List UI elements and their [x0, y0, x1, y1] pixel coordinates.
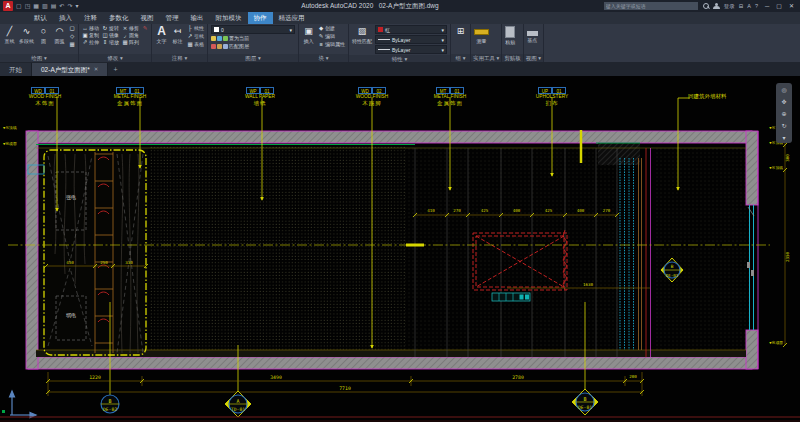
panel-dropdown-icon: ▾	[463, 55, 466, 61]
layer-combo[interactable]: 0 ▾	[211, 25, 295, 34]
saveas-icon[interactable]: ▥	[42, 0, 48, 12]
app-store-icon[interactable]: ⊟	[739, 3, 744, 9]
svg-text:270: 270	[453, 208, 461, 213]
fillet-button[interactable]: ◞圆角	[122, 32, 139, 39]
autodesk-a360-icon[interactable]: A	[747, 3, 751, 9]
zoom-icon[interactable]: ⊕	[781, 110, 786, 117]
match-layer-button[interactable]: 匹配图层	[211, 43, 295, 50]
svg-text:▼完成面: ▼完成面	[769, 340, 783, 345]
tab-featured-apps[interactable]: 精选应用	[273, 12, 311, 24]
stretch-button[interactable]: ⇗拉伸	[82, 39, 99, 46]
panel-block-label[interactable]: 块 ▾	[299, 54, 348, 62]
edit-block-button[interactable]: ✎编辑	[318, 33, 345, 40]
tab-home[interactable]: 默认	[28, 12, 53, 24]
tab-addins[interactable]: 附加模块	[210, 12, 248, 24]
redo-icon[interactable]: ↷	[67, 0, 72, 12]
tab-collaborate[interactable]: 协作	[248, 12, 273, 24]
panel-annotate-label[interactable]: 注释 ▾	[152, 54, 207, 62]
close-tab-icon[interactable]: ✕	[94, 63, 99, 76]
open-icon[interactable]: ◳	[25, 0, 31, 12]
new-tab-button[interactable]: +	[108, 63, 122, 76]
new-icon[interactable]: ▢	[16, 0, 22, 12]
plot-icon[interactable]: ▤	[51, 0, 57, 12]
panel-view-label[interactable]: 视图 ▾	[524, 54, 543, 62]
search-icon[interactable]	[702, 3, 709, 10]
minimize-button[interactable]: ─	[762, 0, 772, 12]
circle-button[interactable]: ○圆	[37, 25, 50, 44]
scale-icon: ⇕	[102, 39, 108, 46]
polyline-button[interactable]: ∿多段线	[19, 25, 34, 44]
color-name: 红	[385, 27, 390, 33]
orbit-icon[interactable]: ↻	[781, 122, 786, 129]
tab-annotate[interactable]: 注释	[78, 12, 103, 24]
ellipse-button[interactable]: ◇	[69, 33, 75, 40]
lineweight-combo[interactable]: ByLayer ▾	[375, 35, 447, 44]
move-button[interactable]: ↔移动	[82, 25, 99, 32]
trim-button[interactable]: ⨯修剪	[122, 25, 139, 32]
group-button[interactable]: ⊞	[454, 25, 467, 38]
file-tab-start[interactable]: 开始	[0, 63, 32, 76]
match-properties-button[interactable]: ▨特性匹配	[352, 25, 372, 44]
layer-name: 0	[221, 27, 224, 33]
array-button[interactable]: ▦阵列	[122, 39, 139, 46]
mirror-button[interactable]: ◫镜像	[102, 32, 119, 39]
layer-state-icon	[211, 44, 216, 49]
measure-button[interactable]: 测量	[474, 25, 489, 44]
dimension-button[interactable]: ↤标注	[171, 25, 184, 44]
qat-dropdown-icon[interactable]: ▾	[75, 0, 78, 12]
panel-utilities: 测量 实用工具 ▾	[471, 24, 502, 62]
file-tab-document[interactable]: 02-A户型立面图* ✕	[32, 63, 108, 76]
tab-manage[interactable]: 管理	[160, 12, 185, 24]
base-view-button[interactable]: 基点	[527, 25, 538, 43]
navigation-bar: ◎ ✥ ⊕ ↻ ▾	[776, 83, 792, 143]
create-block-button[interactable]: ◆创建	[318, 25, 345, 32]
svg-text:400: 400	[513, 208, 521, 213]
text-icon: A	[155, 25, 168, 38]
copy-button[interactable]: ▣复制	[82, 32, 99, 39]
search-input[interactable]	[604, 2, 698, 10]
undo-icon[interactable]: ↶	[59, 0, 64, 12]
text-button[interactable]: A文字	[155, 25, 168, 44]
help-icon[interactable]: ?	[755, 3, 758, 9]
pan-icon[interactable]: ✥	[781, 98, 786, 105]
tab-output[interactable]: 输出	[185, 12, 210, 24]
autocad-logo-icon[interactable]: A	[3, 1, 13, 11]
signin-button[interactable]: 登录	[724, 3, 735, 10]
object-color-combo[interactable]: 红 ▾	[375, 25, 447, 34]
linear-dim-button[interactable]: ├线性	[187, 25, 204, 32]
fillet-icon: ◞	[122, 32, 128, 39]
panel-dropdown-icon: ▾	[538, 55, 541, 61]
panel-view: 基点 视图 ▾	[524, 24, 544, 62]
tab-parametric[interactable]: 参数化	[103, 12, 135, 24]
panel-layers-label[interactable]: 图层 ▾	[208, 54, 298, 62]
save-icon[interactable]: ▦	[33, 0, 39, 12]
erase-button[interactable]: ✎	[142, 25, 148, 32]
line-button[interactable]: ╱直线	[3, 25, 16, 44]
panel-utilities-label[interactable]: 实用工具 ▾	[471, 54, 501, 62]
scale-button[interactable]: ⇕缩放	[102, 39, 119, 46]
edit-attributes-button[interactable]: ≡编辑属性	[318, 41, 345, 48]
panel-draw-label[interactable]: 绘图 ▾	[0, 54, 78, 62]
tab-insert[interactable]: 插入	[53, 12, 78, 24]
rotate-button[interactable]: ↻旋转	[102, 25, 119, 32]
linetype-combo[interactable]: ByLayer ▾	[375, 45, 447, 54]
panel-clipboard-label[interactable]: 剪贴板	[502, 54, 523, 62]
leader-button[interactable]: ↗引线	[187, 33, 204, 40]
arc-button[interactable]: ◠圆弧	[53, 25, 66, 44]
user-icon[interactable]	[713, 3, 720, 10]
hatch-button[interactable]: ▦	[69, 41, 75, 48]
navbar-more-icon[interactable]: ▾	[782, 134, 785, 141]
maximize-button[interactable]: ▢	[773, 0, 785, 12]
paste-button[interactable]: 粘贴	[505, 25, 515, 45]
close-button[interactable]: ✕	[786, 0, 797, 12]
set-current-layer-button[interactable]: 置为当前	[211, 35, 295, 42]
table-button[interactable]: ▦表格	[187, 41, 204, 48]
insert-block-button[interactable]: ▣插入	[302, 25, 315, 44]
panel-group-label[interactable]: 组 ▾	[451, 54, 470, 62]
steering-wheel-icon[interactable]: ◎	[781, 86, 786, 93]
tab-view[interactable]: 视图	[135, 12, 160, 24]
drawing-area[interactable]: 强电 弱电	[0, 76, 800, 422]
rectangle-button[interactable]: ▢	[69, 25, 75, 32]
material-callout-mt01b: MT01 METAL FINISH 金属饰面	[408, 87, 492, 107]
panel-modify-label[interactable]: 修改 ▾	[79, 54, 151, 62]
